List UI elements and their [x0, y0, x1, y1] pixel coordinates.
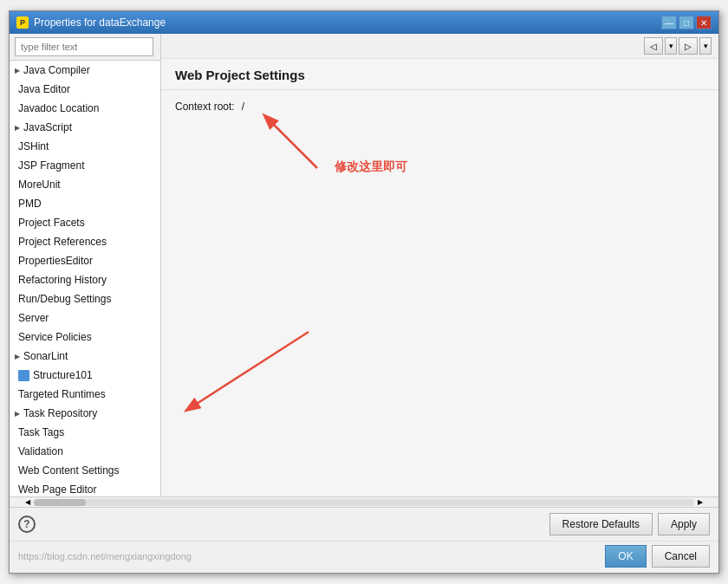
sidebar: ▶ Java Compiler Java Editor Javadoc Loca…: [10, 61, 161, 496]
sidebar-item-label: Service Policies: [18, 331, 92, 343]
expand-arrow: ▶: [15, 410, 20, 418]
sidebar-item-java-compiler[interactable]: ▶ Java Compiler: [10, 61, 160, 80]
sidebar-item-pmd[interactable]: PMD: [10, 194, 160, 213]
sidebar-item-properties-editor[interactable]: PropertiesEditor: [10, 251, 160, 270]
watermark: https://blog.csdn.net/mengxiangxingdong: [18, 549, 600, 563]
sidebar-item-sonarlint[interactable]: ▶ SonarLint: [10, 347, 160, 366]
bottom-right: Restore Defaults Apply: [549, 513, 710, 535]
sidebar-item-service-policies[interactable]: Service Policies: [10, 328, 160, 347]
sidebar-item-moreunit[interactable]: MoreUnit: [10, 175, 160, 194]
sidebar-item-task-tags[interactable]: Task Tags: [10, 423, 160, 442]
sidebar-item-web-content[interactable]: Web Content Settings: [10, 461, 160, 480]
back-button[interactable]: ◁: [644, 37, 663, 55]
scrollbar-track: [34, 499, 694, 506]
sidebar-item-label: JSHint: [18, 140, 49, 152]
sidebar-item-label: Refactoring History: [18, 274, 107, 286]
sidebar-item-javascript[interactable]: ▶ JavaScript: [10, 118, 160, 137]
forward-button[interactable]: ▷: [679, 37, 698, 55]
bottom-left: ?: [18, 516, 36, 533]
sidebar-item-label: Server: [18, 312, 49, 324]
sidebar-item-label: PMD: [18, 198, 42, 210]
sidebar-item-label: Javadoc Location: [18, 102, 99, 114]
sidebar-item-project-facets[interactable]: Project Facets: [10, 213, 160, 232]
expand-arrow: ▶: [15, 353, 20, 360]
forward-dropdown[interactable]: ▾: [699, 37, 712, 55]
sidebar-item-label: Project Facets: [18, 217, 85, 229]
content-body: Context root: / 修改这里即可: [161, 90, 718, 496]
sidebar-item-label: Java Compiler: [23, 64, 90, 76]
title-bar: P Properties for dataExchange — □ ✕: [10, 11, 718, 34]
content-title: Web Project Settings: [175, 68, 305, 82]
sidebar-item-run-debug[interactable]: Run/Debug Settings: [10, 289, 160, 308]
sidebar-item-web-page-editor[interactable]: Web Page Editor: [10, 480, 160, 496]
context-root-value: /: [242, 101, 244, 113]
scroll-right-button[interactable]: ▶: [694, 497, 706, 508]
sidebar-item-jshint[interactable]: JSHint: [10, 137, 160, 156]
sidebar-item-label: Targeted Runtimes: [18, 388, 106, 400]
minimize-button[interactable]: —: [661, 16, 677, 29]
svg-line-1: [187, 332, 309, 410]
sidebar-item-javadoc[interactable]: Javadoc Location: [10, 99, 160, 118]
apply-button[interactable]: Apply: [658, 513, 710, 535]
window-icon: P: [16, 16, 29, 29]
properties-window: P Properties for dataExchange — □ ✕ ▶ Ja…: [9, 10, 719, 574]
sidebar-item-task-repository[interactable]: ▶ Task Repository: [10, 404, 160, 423]
sidebar-item-label: JSP Fragment: [18, 159, 84, 172]
sidebar-item-label: PropertiesEditor: [18, 255, 93, 267]
window-title: Properties for dataExchange: [34, 16, 166, 29]
sidebar-item-label: Task Tags: [18, 426, 64, 438]
scroll-left-button[interactable]: ◀: [22, 497, 34, 508]
search-bar: [10, 34, 160, 61]
horizontal-scrollbar[interactable]: ◀ ▶: [10, 496, 718, 507]
sidebar-item-validation[interactable]: Validation: [10, 442, 160, 461]
sidebar-item-jsp-fragment[interactable]: JSP Fragment: [10, 156, 160, 175]
sidebar-item-java-editor[interactable]: Java Editor: [10, 80, 160, 99]
ok-button[interactable]: OK: [605, 545, 646, 568]
sidebar-item-label: JavaScript: [23, 121, 72, 133]
sidebar-item-label: Run/Debug Settings: [18, 293, 111, 305]
search-input[interactable]: [15, 37, 153, 56]
title-bar-left: P Properties for dataExchange: [16, 16, 166, 29]
sidebar-item-label: Validation: [18, 445, 63, 457]
sidebar-item-label: MoreUnit: [18, 178, 61, 191]
sidebar-item-label: Web Content Settings: [18, 464, 120, 477]
bottom-bar: ? Restore Defaults Apply: [10, 507, 718, 541]
scrollbar-thumb[interactable]: [34, 499, 86, 506]
sidebar-item-project-refs[interactable]: Project References: [10, 232, 160, 251]
ok-cancel-bar: https://blog.csdn.net/mengxiangxingdong …: [10, 541, 718, 573]
help-button[interactable]: ?: [18, 516, 36, 533]
red-arrow-2: [179, 323, 352, 427]
annotation-text: 修改这里即可: [335, 159, 407, 175]
structure-icon: [18, 370, 29, 381]
sidebar-item-server[interactable]: Server: [10, 308, 160, 328]
sidebar-item-targeted-runtimes[interactable]: Targeted Runtimes: [10, 385, 160, 404]
sidebar-item-refactoring[interactable]: Refactoring History: [10, 270, 160, 289]
sidebar-item-label: Task Repository: [23, 407, 97, 419]
maximize-button[interactable]: □: [679, 16, 694, 29]
expand-arrow: ▶: [15, 67, 20, 75]
cancel-button[interactable]: Cancel: [652, 545, 710, 568]
close-button[interactable]: ✕: [696, 16, 712, 29]
back-dropdown[interactable]: ▾: [665, 37, 677, 55]
expand-arrow: ▶: [15, 124, 20, 132]
sidebar-item-label: Web Page Editor: [18, 483, 97, 496]
title-buttons: — □ ✕: [661, 16, 712, 29]
sidebar-item-label: Java Editor: [18, 83, 70, 95]
content-header: Web Project Settings: [161, 59, 718, 90]
sidebar-item-label: Structure101: [33, 369, 93, 381]
sidebar-item-label: SonarLint: [23, 350, 68, 362]
restore-defaults-button[interactable]: Restore Defaults: [549, 513, 653, 535]
context-root-label: Context root:: [175, 101, 235, 113]
svg-line-0: [265, 116, 317, 168]
sidebar-item-structure101[interactable]: Structure101: [10, 366, 160, 385]
content-panel: ◁ ▾ ▷ ▾ Web Project Settings Context roo…: [161, 34, 718, 496]
sidebar-item-label: Project References: [18, 236, 107, 248]
